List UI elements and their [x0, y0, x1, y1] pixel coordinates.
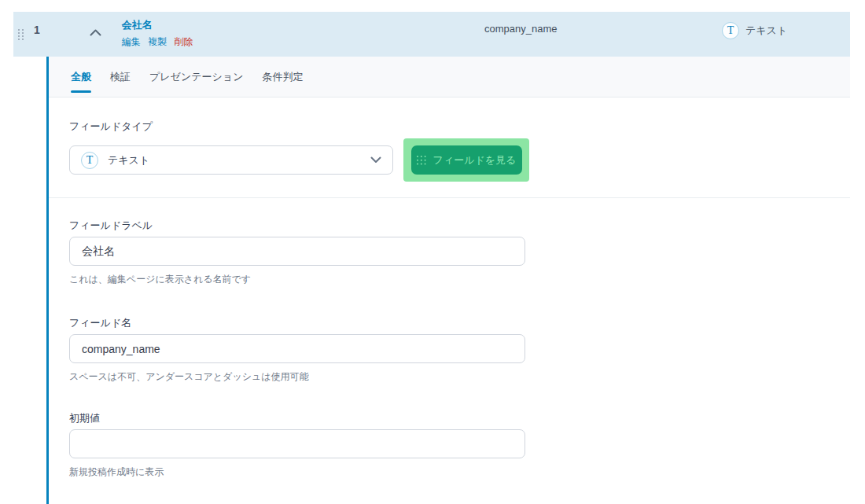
field-name-input[interactable]: [69, 334, 525, 363]
active-tab-underline: [71, 90, 91, 93]
field-name-hint: スペースは不可、アンダースコアとダッシュは使用可能: [69, 370, 850, 384]
field-title-block: 会社名 編集 複製 削除: [122, 18, 198, 49]
field-type-row: T テキスト フィールドを見る: [69, 138, 850, 182]
tab-validation[interactable]: 検証: [110, 57, 131, 97]
duplicate-link[interactable]: 複製: [148, 36, 167, 47]
default-value-hint: 新規投稿作成時に表示: [69, 465, 850, 479]
field-settings-body: 全般 検証 プレゼンテーション 条件判定 フィールドタイプ: [13, 57, 850, 504]
settings-main: 全般 検証 プレゼンテーション 条件判定 フィールドタイプ: [49, 57, 850, 504]
field-order-number: 1: [34, 24, 40, 36]
field-type-select[interactable]: T テキスト: [69, 145, 393, 175]
field-label-input[interactable]: [69, 237, 525, 266]
drag-handle-icon[interactable]: [18, 29, 24, 41]
field-type-setting-label: フィールドタイプ: [69, 97, 850, 134]
chevron-up-icon[interactable]: [90, 25, 101, 39]
left-spacer: [13, 57, 46, 504]
field-label-group: フィールドラベル これは、編集ページに表示される名前です: [69, 219, 850, 286]
browse-fields-highlight: フィールドを見る: [403, 138, 529, 182]
settings-tabbar: 全般 検証 プレゼンテーション 条件判定: [49, 57, 850, 97]
section-divider: [49, 197, 850, 198]
field-name-setting-label: フィールド名: [69, 316, 850, 330]
field-type-label: テキスト: [745, 24, 787, 38]
browse-fields-button-label: フィールドを見る: [433, 153, 517, 167]
field-type-section: フィールドタイプ T テキスト: [69, 97, 850, 182]
tab-general-label: 全般: [71, 70, 91, 84]
field-name-text: company_name: [484, 23, 558, 35]
field-label-hint: これは、編集ページに表示される名前です: [69, 273, 850, 286]
field-type-badge: T テキスト: [722, 22, 787, 39]
text-type-icon: T: [81, 152, 98, 169]
text-type-icon: T: [722, 22, 739, 39]
delete-link[interactable]: 削除: [174, 36, 193, 47]
row-actions: 編集 複製 削除: [122, 35, 198, 49]
tab-conditional-logic[interactable]: 条件判定: [262, 57, 303, 97]
browse-fields-button[interactable]: フィールドを見る: [411, 145, 522, 175]
default-value-group: 初期値 新規投稿作成時に表示: [69, 411, 850, 479]
chevron-down-icon: [370, 154, 381, 166]
default-value-setting-label: 初期値: [69, 411, 850, 425]
field-row-header[interactable]: 1 会社名 編集 複製 削除 company_name T テキスト: [13, 12, 850, 57]
tab-presentation[interactable]: プレゼンテーション: [149, 57, 243, 97]
tab-presentation-label: プレゼンテーション: [149, 70, 243, 84]
field-title-link[interactable]: 会社名: [122, 18, 198, 32]
field-name-group: フィールド名 スペースは不可、アンダースコアとダッシュは使用可能: [69, 316, 850, 384]
field-panel: 1 会社名 編集 複製 削除 company_name T テキスト: [13, 12, 850, 504]
field-type-selected-value: テキスト: [108, 153, 149, 167]
tab-validation-label: 検証: [110, 70, 131, 84]
edit-link[interactable]: 編集: [122, 36, 141, 47]
grid-icon: [417, 156, 426, 165]
settings-content: フィールドタイプ T テキスト: [49, 97, 850, 504]
default-value-input[interactable]: [69, 429, 525, 458]
acf-field-editor: 1 会社名 編集 複製 削除 company_name T テキスト: [0, 0, 865, 504]
field-label-setting-label: フィールドラベル: [69, 219, 850, 233]
tab-general[interactable]: 全般: [71, 57, 91, 97]
tab-conditional-logic-label: 条件判定: [262, 70, 303, 84]
